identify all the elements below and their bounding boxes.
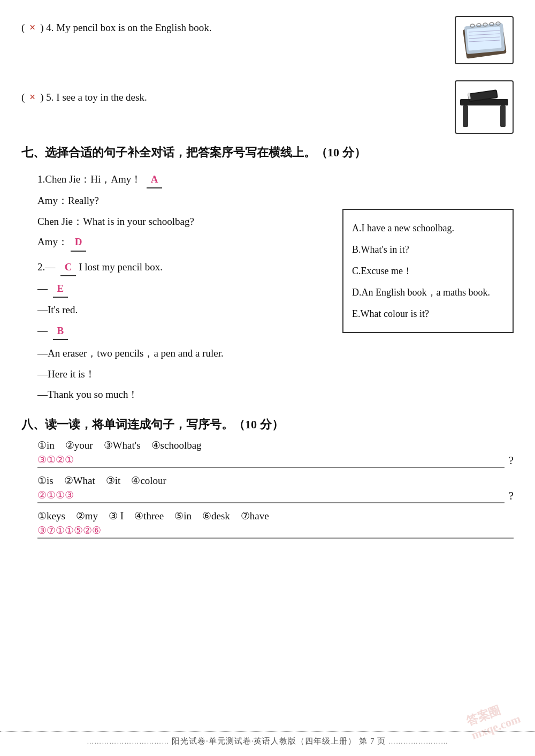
- item5-row: ( × ) 5. I see a toy in the desk.: [21, 80, 514, 134]
- dialog1-block: 1.Chen Jie：Hi，Amy！ A Amy：Really? Chen Ji…: [37, 171, 332, 252]
- section8-q1-answer: ③①②①: [37, 453, 505, 468]
- dialog1-line2: Amy：Really?: [37, 193, 332, 209]
- word-3-7: ⑦have: [241, 510, 269, 522]
- item4-row: ( × ) 4. My pencil box is on the English…: [21, 16, 514, 64]
- section8-header: 八、读一读，将单词连成句子，写序号。（10 分）: [21, 417, 514, 433]
- dialog2-ans2: E: [53, 281, 68, 298]
- dialog1-line1: 1.Chen Jie：Hi，Amy！ A: [37, 171, 332, 188]
- answer-box: A.I have a new schoolbag. B.What's in it…: [342, 209, 514, 333]
- word-1-4: ④schoolbag: [151, 439, 202, 451]
- answer-box-A: A.I have a new schoolbag.: [352, 218, 504, 238]
- dialog1-ans4: D: [71, 234, 87, 251]
- item5-text: ( × ) 5. I see a toy in the desk.: [21, 80, 455, 103]
- section8-q2-answer: ②①①③: [37, 489, 505, 503]
- word-2-3: ③it: [106, 474, 121, 487]
- item5-paren-open: (: [21, 92, 27, 103]
- dialog-with-box: 1.Chen Jie：Hi，Amy！ A Amy：Really? Chen Ji…: [21, 166, 514, 407]
- svg-rect-12: [460, 99, 508, 105]
- section8-q1-words: ①in ②your ③What's ④schoolbag: [37, 439, 514, 451]
- item4-text: ( × ) 4. My pencil box is on the English…: [21, 16, 455, 34]
- section8-q2-words: ①is ②What ③it ④colour: [37, 474, 514, 487]
- word-1-1: ①in: [37, 439, 55, 451]
- dialog3-line3: —Thank you so much！: [37, 387, 332, 403]
- item4-number: 4.: [46, 22, 54, 33]
- dialog2-ans1: C: [60, 259, 77, 276]
- dialog3-block: —An eraser，two pencils，a pen and a ruler…: [37, 345, 332, 403]
- word-3-5: ⑤in: [174, 510, 192, 522]
- dialog3-line2: —Here it is！: [37, 366, 332, 382]
- dialog2-line1: 2.— C I lost my pencil box.: [37, 259, 332, 276]
- dialog2-line3: —It's red.: [37, 302, 332, 318]
- word-1-2: ②your: [65, 439, 93, 451]
- word-2-1: ①is: [37, 474, 54, 487]
- section8-q1-qmark: ?: [509, 455, 514, 467]
- answer-box-D: D.An English book，a maths book.: [352, 283, 504, 302]
- item5-image: [455, 80, 514, 134]
- word-2-2: ②What: [64, 474, 95, 487]
- word-3-1: ①keys: [37, 510, 65, 522]
- footer: …………………………… 阳光试卷·单元测试卷·英语人教版（四年级上册） 第 7 …: [0, 731, 535, 746]
- section8: 八、读一读，将单词连成句子，写序号。（10 分） ①in ②your ③What…: [21, 417, 514, 539]
- dialog2-ans4: B: [53, 323, 68, 340]
- svg-rect-13: [463, 105, 468, 127]
- item5-number: 5.: [46, 92, 54, 103]
- answer-box-C: C.Excuse me！: [352, 261, 504, 281]
- dialog-left: 1.Chen Jie：Hi，Amy！ A Amy：Really? Chen Ji…: [21, 166, 332, 407]
- word-3-2: ②my: [76, 510, 98, 522]
- dialog1-ans1: A: [147, 171, 163, 188]
- notebook-svg: [459, 20, 510, 61]
- footer-text: 阳光试卷·单元测试卷·英语人教版（四年级上册） 第 7 页: [172, 737, 386, 745]
- item4-sentence: My pencil box is on the English book.: [56, 22, 211, 33]
- section8-q3-words: ①keys ②my ③ I ④three ⑤in ⑥desk ⑦have: [37, 510, 514, 522]
- section8-q3-answer: ③⑦①①⑤②⑥: [37, 524, 514, 539]
- footer-dots-left: ……………………………: [87, 737, 169, 745]
- word-1-3: ③What's: [104, 439, 141, 451]
- dialog2-line2: — E: [37, 281, 332, 298]
- section8-q1-answer-row: ③①②① ?: [37, 453, 514, 468]
- desk-svg: [457, 83, 511, 131]
- dialog1-line3: Chen Jie：What is in your schoolbag?: [37, 214, 332, 230]
- item5-mark: ×: [29, 91, 35, 103]
- item4-paren-open: (: [21, 22, 27, 33]
- item4-image: [455, 16, 514, 64]
- word-3-3: ③ I: [109, 510, 124, 522]
- dialog3-line1: —An eraser，two pencils，a pen and a ruler…: [37, 345, 332, 361]
- footer-dots-right: ……………………: [388, 737, 448, 745]
- item5-paren-close: ): [40, 92, 43, 103]
- section8-title: 八、读一读，将单词连成句子，写序号。（10 分）: [21, 417, 284, 433]
- answer-box-B: B.What's in it?: [352, 240, 504, 259]
- section7-title: 七、选择合适的句子补全对话，把答案序号写在横线上。（10 分）: [21, 145, 366, 161]
- section7-header: 七、选择合适的句子补全对话，把答案序号写在横线上。（10 分）: [21, 145, 514, 161]
- word-3-6: ⑥desk: [202, 510, 230, 522]
- word-2-4: ④colour: [131, 474, 166, 487]
- section8-q3-answer-row: ③⑦①①⑤②⑥: [37, 524, 514, 539]
- section7: 七、选择合适的句子补全对话，把答案序号写在横线上。（10 分） 1.Chen J…: [21, 145, 514, 407]
- dialog2-block: 2.— C I lost my pencil box. — E —It's re…: [37, 259, 332, 341]
- item5-sentence: I see a toy in the desk.: [56, 92, 147, 103]
- word-3-4: ④three: [134, 510, 164, 522]
- section8-q2-qmark: ?: [509, 490, 514, 502]
- answer-box-E: E.What colour is it?: [352, 304, 504, 323]
- section8-q2-answer-row: ②①①③ ?: [37, 489, 514, 503]
- svg-rect-14: [500, 105, 506, 127]
- dialog2-line4: — B: [37, 323, 332, 340]
- item4-paren-close: ): [40, 22, 43, 33]
- item4-mark: ×: [29, 21, 35, 33]
- dialog1-line4: Amy： D: [37, 234, 332, 251]
